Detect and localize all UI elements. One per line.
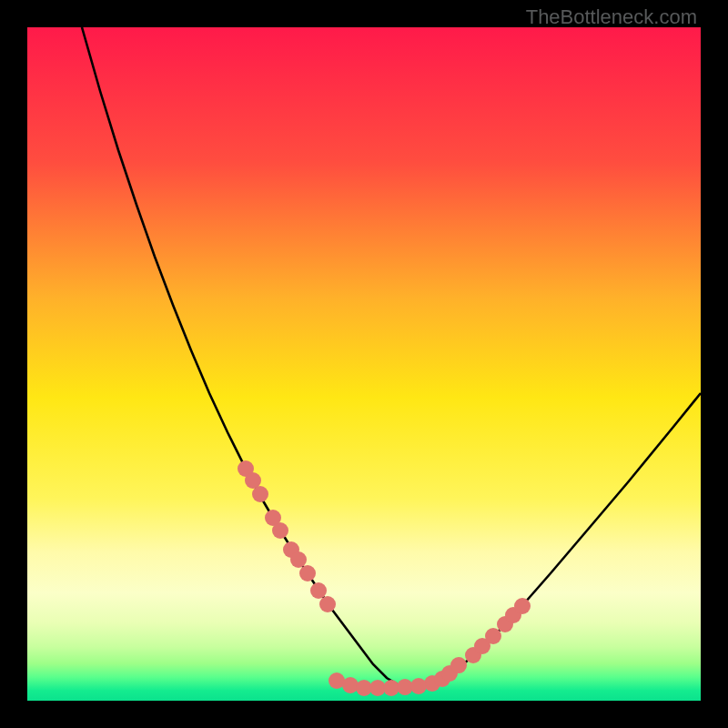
curve-marker <box>342 677 359 693</box>
curve-marker <box>514 598 531 614</box>
bottleneck-curve <box>27 27 701 701</box>
curve-marker <box>450 657 467 673</box>
curve-marker <box>299 565 316 581</box>
curve-marker <box>272 522 288 539</box>
curve-marker <box>310 582 327 599</box>
curve-marker <box>410 678 427 694</box>
watermark-text: TheBottleneck.com <box>526 5 697 29</box>
curve-marker <box>485 628 501 644</box>
curve-marker <box>252 486 268 502</box>
chart-frame <box>27 27 701 701</box>
curve-marker <box>290 551 307 568</box>
curve-marker <box>319 596 336 612</box>
